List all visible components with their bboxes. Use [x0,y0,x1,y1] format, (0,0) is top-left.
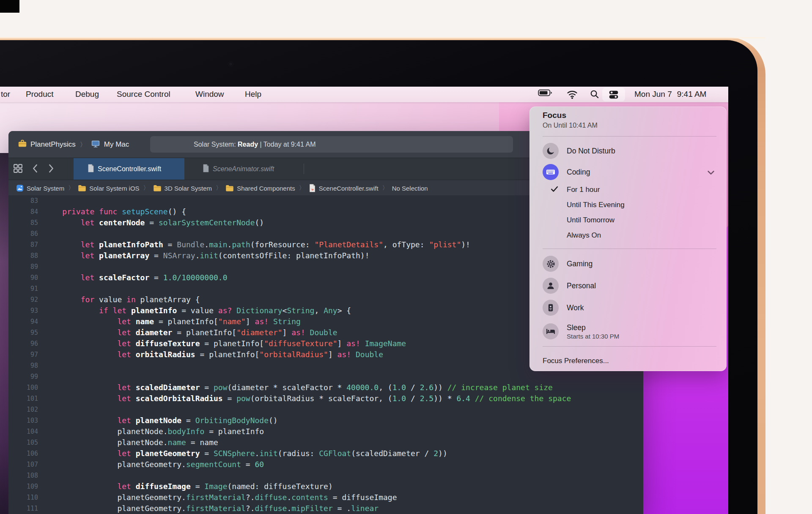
focus-option-until-tomorrow[interactable]: Until Tomorrow [543,213,716,228]
focus-item-sleep[interactable]: SleepStarts at 10:30 PM [543,319,716,344]
folder-icon [153,185,162,192]
focus-popover: Focus On Until 10:41 AM Do Not DisturbCo… [529,107,727,371]
chevron-left-icon[interactable] [32,163,39,175]
menu-item-window[interactable]: Window [195,90,224,99]
code-text: let diffuseTexture = planetInfo["diffuse… [38,338,406,349]
breadcrumb-item-3d-solar-system[interactable]: 3D Solar System [153,185,212,192]
line-number: 84 [8,206,38,217]
line-number: 88 [8,250,38,261]
menu-bar-date: Mon Jun 7 [634,90,672,98]
doc-icon [87,164,94,174]
code-line-106: 106 let planetGeometry = SCNSphere.init(… [8,448,643,459]
swift-doc-icon [309,184,316,192]
wifi-icon[interactable] [567,90,578,99]
line-number: 101 [8,393,38,404]
line-number: 92 [8,294,38,305]
breadcrumb-separator: 〉 [143,184,149,192]
menu-item-help[interactable]: Help [245,90,261,99]
menu-item-debug[interactable]: Debug [75,90,99,99]
focus-item-dnd[interactable]: Do Not Disturb [543,140,716,162]
menu-item-product[interactable]: Product [26,90,53,99]
badge-icon [543,300,559,316]
tab-sceneanimator[interactable]: SceneAnimator.swift [198,158,304,180]
battery-icon[interactable] [538,89,552,96]
breadcrumb-item-shared-components[interactable]: Shared Components [225,185,295,192]
code-text: for value in planetArray { [38,294,200,305]
breadcrumb-label: Solar System iOS [89,185,139,192]
folder-icon [78,185,86,192]
divider [543,249,716,249]
chevron-down-icon[interactable] [706,168,716,179]
focus-option-always-on[interactable]: Always On [543,228,716,243]
focus-item-gaming[interactable]: Gaming [543,253,716,275]
code-line-107: 107 planetGeometry.segmentCount = 60 [8,459,643,470]
menu-item-tor[interactable]: tor [1,90,10,99]
line-number: 110 [8,492,38,503]
focus-item-work[interactable]: Work [543,297,716,319]
code-line-100: 100 let scaledDiameter = pow(diameter * … [8,382,643,393]
line-number: 95 [8,327,38,338]
webcam [228,62,233,66]
focus-item-label: Personal [567,282,596,290]
code-text: let planetArray = NSArray.init(contentsO… [38,250,369,261]
line-number: 94 [8,316,38,327]
menu-bar-time: 9:41 AM [677,90,707,98]
menu-item-source-control[interactable]: Source Control [117,90,170,99]
tab-label: SceneAnimator.swift [213,165,274,173]
scheme-chevron: 〉 [80,141,86,149]
code-line-110: 110 planetGeometry.firstMaterial?.diffus… [8,492,643,503]
focus-preferences-button[interactable]: Focus Preferences... [543,353,716,369]
breadcrumb-item-no-selection[interactable]: No Selection [392,185,428,192]
line-number: 89 [8,261,38,272]
line-number: 109 [8,481,38,492]
line-number: 105 [8,437,38,448]
focus-option-label: Always On [561,231,601,240]
search-icon[interactable] [590,89,599,99]
tab-scenecontroller[interactable]: SceneController.swift [74,158,184,180]
menu-bar-clock[interactable]: Mon Jun 79:41 AM [634,90,711,99]
line-number: 97 [8,349,38,360]
doc-icon [202,164,209,174]
code-text: let planetNode = OrbitingBodyNode() [38,415,278,426]
focus-item-personal[interactable]: Personal [543,275,716,297]
code-text: planetNode.bodyInfo = planetInfo [38,426,264,437]
line-number: 87 [8,239,38,250]
status-state: Ready [238,141,258,148]
grid-icon[interactable] [13,163,23,175]
focus-option-label: Until Tomorrow [561,216,614,224]
breadcrumb-item-solar-system-ios[interactable]: Solar System iOS [78,185,139,192]
focus-option-label: For 1 hour [561,186,600,194]
code-text: private func setupScene() { [38,206,186,217]
focus-option-for-1-hour[interactable]: For 1 hour [543,182,716,197]
breadcrumb-separator: 〉 [382,184,388,192]
breadcrumb-label: Shared Components [237,185,295,192]
check-icon [550,184,561,195]
line-number: 99 [8,371,38,382]
focus-item-label: Do Not Disturb [567,147,615,156]
code-line-105: 105 planetNode.name = name [8,437,643,448]
code-text: if let planetInfo = value as? Dictionary… [38,305,351,316]
line-number: 108 [8,470,38,481]
activity-status: Solar System: Ready | Today at 9:41 AM [150,136,513,153]
code-text: let name = planetInfo["name"] as! String [38,316,301,327]
focus-option-until-this-evening[interactable]: Until This Evening [543,197,716,213]
keyboard-icon [543,164,559,180]
scheme-selector[interactable]: PlanetPhysics 〉 My Mac [18,138,129,151]
code-text: let scaledOrbitalRadius = pow(orbitalRad… [38,393,571,404]
gear-icon [543,256,559,272]
code-text [38,195,44,206]
wallpaper-purple-sliver [0,153,9,514]
focus-item-coding[interactable]: Coding [543,162,716,182]
chevron-right-icon[interactable] [47,163,55,175]
breadcrumb-label: Solar System [27,185,64,192]
breadcrumb-item-scenecontroller-swift[interactable]: SceneController.swift [309,184,379,192]
control-center-icon[interactable] [608,89,619,100]
breadcrumb-item-solar-system[interactable]: Solar System [16,184,64,192]
code-text [38,371,44,382]
code-line-99: 99 [8,371,643,382]
line-number: 86 [8,228,38,239]
code-line-102: 102 [8,404,643,415]
breadcrumb-label: 3D Solar System [165,185,212,192]
line-number: 102 [8,404,38,415]
line-number: 104 [8,426,38,437]
